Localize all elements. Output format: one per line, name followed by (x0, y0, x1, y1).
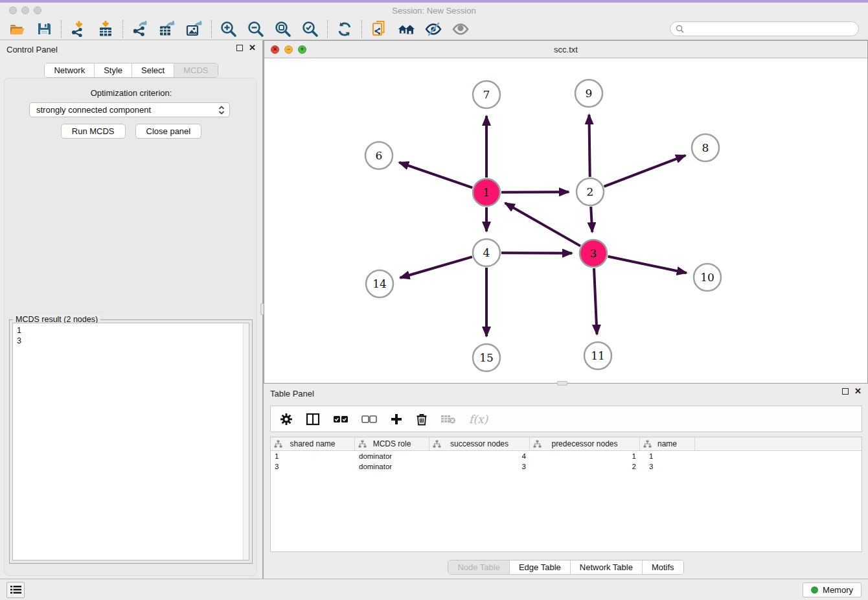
search-icon (676, 25, 684, 33)
task-history-button[interactable] (6, 582, 25, 598)
column-header-predecessor-nodes[interactable]: predecessor nodes (530, 437, 640, 450)
node-3[interactable]: 3 (580, 240, 607, 267)
control-panel-tabs: NetworkStyleSelectMCDS (44, 63, 218, 78)
window-title: Session: New Session (0, 6, 868, 16)
float-table-panel-icon[interactable] (842, 388, 849, 395)
zoom-out-icon (247, 20, 265, 38)
stepper-chevrons-icon (218, 105, 225, 115)
refresh-network-button[interactable] (336, 20, 354, 38)
table-row[interactable]: 3dominator323 (271, 461, 862, 472)
node-9[interactable]: 9 (575, 80, 602, 107)
node-8[interactable]: 8 (692, 134, 719, 161)
save-session-button[interactable] (35, 20, 53, 38)
network-close-button[interactable]: ✕ (271, 45, 279, 54)
search-input[interactable] (687, 25, 853, 34)
table-settings-button[interactable] (280, 410, 293, 428)
result-scrollbar[interactable] (243, 323, 249, 560)
run-mcds-button[interactable]: Run MCDS (61, 124, 126, 139)
maximize-window-button[interactable] (34, 6, 41, 14)
node-1[interactable]: 1 (473, 179, 500, 206)
open-session-button[interactable] (8, 20, 26, 38)
search-field[interactable] (670, 21, 859, 36)
column-layout-button[interactable] (306, 410, 320, 428)
network-minimize-button[interactable]: − (284, 45, 293, 54)
edge-2-3[interactable] (591, 207, 592, 232)
edge-1-2[interactable] (501, 192, 569, 192)
close-panel-button[interactable]: Close panel (135, 124, 202, 139)
edge-4-3[interactable] (501, 253, 572, 253)
network-canvas[interactable]: 7968124314101511 (264, 58, 867, 383)
node-11[interactable]: 11 (584, 342, 611, 369)
tab-motifs[interactable]: Motifs (643, 560, 683, 574)
close-panel-icon[interactable]: ✕ (249, 45, 256, 51)
network-window-titlebar[interactable]: ✕ − + scc.txt (264, 41, 867, 58)
export-table-icon (158, 20, 176, 38)
tab-network-table[interactable]: Network Table (571, 560, 643, 574)
network-view-window: ✕ − + scc.txt 79681243141015 (264, 40, 868, 384)
table-toolbar: f(x) (270, 406, 862, 432)
delete-table-button[interactable] (440, 410, 456, 428)
network-maximize-button[interactable]: + (298, 45, 306, 54)
node-6[interactable]: 6 (365, 142, 393, 169)
columns-icon (306, 413, 320, 426)
export-table-button[interactable] (158, 20, 176, 38)
horizontal-splitter-handle[interactable] (557, 381, 567, 386)
tab-select[interactable]: Select (132, 63, 174, 77)
home-button[interactable] (397, 20, 415, 38)
edge-1-6[interactable] (399, 163, 472, 188)
edge-3-10[interactable] (608, 257, 687, 273)
column-header-MCDS-role[interactable]: MCDS role (355, 437, 429, 450)
import-table-button[interactable] (97, 20, 115, 38)
node-15[interactable]: 15 (473, 344, 500, 371)
edge-2-8[interactable] (604, 156, 685, 187)
tab-style[interactable]: Style (95, 63, 132, 77)
status-bar: Memory (0, 579, 868, 600)
edge-4-14[interactable] (400, 257, 472, 277)
table-cell: 1 (530, 452, 640, 460)
node-4[interactable]: 4 (473, 239, 500, 266)
tab-network[interactable]: Network (45, 63, 95, 77)
node-2[interactable]: 2 (577, 178, 604, 205)
deselect-all-columns-button[interactable] (361, 410, 377, 428)
export-network-button[interactable] (131, 20, 149, 38)
close-window-button[interactable] (9, 6, 17, 14)
share-session-button[interactable] (370, 20, 388, 38)
select-all-columns-button[interactable] (333, 410, 348, 428)
minimize-window-button[interactable] (21, 6, 29, 14)
node-14[interactable]: 14 (366, 270, 393, 297)
optimization-criterion-select[interactable]: strongly connected component (29, 102, 230, 117)
node-7[interactable]: 7 (473, 81, 500, 108)
column-header-shared-name[interactable]: shared name (271, 437, 355, 450)
tab-node-table[interactable]: Node Table (448, 560, 510, 574)
column-header-successor-nodes[interactable]: successor nodes (429, 437, 530, 450)
memory-button[interactable]: Memory (803, 583, 862, 597)
delete-row-button[interactable] (416, 410, 428, 428)
function-builder-button[interactable]: f(x) (469, 410, 488, 428)
export-image-icon (185, 20, 203, 38)
import-network-button[interactable] (69, 20, 87, 38)
zoom-fit-button[interactable] (274, 20, 292, 38)
add-row-button[interactable] (390, 410, 403, 428)
close-table-panel-icon[interactable]: ✕ (854, 388, 862, 395)
export-image-button[interactable] (185, 20, 203, 38)
hide-graphics-button[interactable] (424, 20, 442, 38)
edge-3-11[interactable] (594, 268, 597, 334)
zoom-in-button[interactable] (220, 20, 238, 38)
node-10[interactable]: 10 (694, 264, 721, 291)
edge-2-9[interactable] (589, 115, 589, 177)
main-titlebar: Session: New Session (0, 3, 868, 18)
table-cell: dominator (355, 452, 429, 460)
svg-text:2: 2 (587, 185, 594, 198)
show-graphics-button[interactable] (451, 20, 470, 38)
memory-status-dot (811, 586, 818, 594)
edge-3-1[interactable] (505, 203, 580, 246)
zoom-out-button[interactable] (247, 20, 265, 38)
zoom-selected-button[interactable] (301, 20, 319, 38)
window-controls (9, 6, 41, 14)
column-header-name[interactable]: name (640, 437, 695, 450)
tab-edge-table[interactable]: Edge Table (510, 560, 571, 574)
result-line: 1 (17, 325, 245, 336)
table-row[interactable]: 1dominator411 (271, 451, 862, 461)
tab-mcds[interactable]: MCDS (174, 63, 217, 77)
float-panel-icon[interactable] (236, 45, 243, 51)
